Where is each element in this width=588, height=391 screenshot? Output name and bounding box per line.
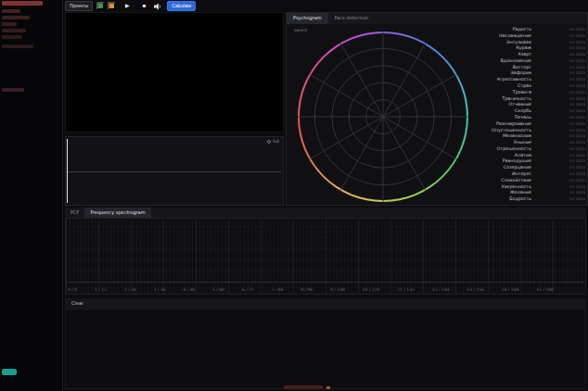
tab-frequency-spectrogram[interactable]: Frequency spectrogram <box>84 208 150 218</box>
emotion-name: Азарт <box>472 53 531 57</box>
emotion-row: Спокойствиеno data <box>472 179 585 183</box>
emotion-name: Печаль <box>472 116 531 120</box>
sidebar-item[interactable] <box>2 1 43 6</box>
speaker-icon[interactable] <box>154 3 161 10</box>
emotion-name: Уверенность <box>472 185 531 190</box>
green-action-button[interactable] <box>96 2 105 10</box>
emotion-row: Азартno data <box>472 53 585 57</box>
emotion-list: Радостьno dataНаслаждениеno dataЭнтузиаз… <box>472 28 585 202</box>
emotion-value: no data <box>531 41 585 45</box>
video-preview <box>65 12 284 132</box>
emotion-value: no data <box>531 91 585 95</box>
axis-label: 14 / 168 <box>502 288 519 293</box>
emotion-row: Трагичностьno data <box>472 97 585 102</box>
status-badge <box>2 369 17 375</box>
axis-label: 5 / 60 <box>212 288 224 293</box>
emotion-value: no data <box>531 134 585 139</box>
tab-pcf[interactable]: PCF <box>65 208 84 218</box>
sidebar-item[interactable] <box>2 29 26 32</box>
emotion-row: Куражno data <box>472 46 585 51</box>
emotion-name: Отрешенность <box>472 147 531 152</box>
axis-label: 11 / 132 <box>397 288 415 293</box>
emotion-row: Радостьno data <box>472 28 585 32</box>
emotion-value: no data <box>531 197 585 202</box>
axis-label: 15 / 180 <box>536 288 554 293</box>
emotion-name: Страх <box>472 84 531 89</box>
main-area: Проекты ▶ ■ Calculate full <box>63 0 588 391</box>
emotion-row: Эйфорияno data <box>472 71 585 76</box>
sidebar-item[interactable] <box>2 16 30 19</box>
emotion-name: Апатия <box>472 154 531 158</box>
spectrogram-baseline <box>66 282 585 283</box>
full-toggle[interactable]: full <box>267 139 279 144</box>
emotion-value: no data <box>531 179 585 183</box>
emotion-row: Энтузиазмno data <box>472 41 585 45</box>
emotion-name: Бодрость <box>472 197 531 202</box>
emotion-row: Наслаждениеno data <box>472 34 585 39</box>
emotion-row: Восторгno data <box>472 66 585 70</box>
emotion-row: Агрессивностьno data <box>472 78 585 82</box>
emotion-value: no data <box>531 116 585 120</box>
emotion-value: no data <box>531 154 585 158</box>
background-window-artifact <box>326 386 330 389</box>
axis-label: 0 / 0 <box>68 288 77 293</box>
psychogram-grid <box>298 32 468 202</box>
radio-icon <box>267 140 271 144</box>
axis-label: 6 / 72 <box>242 288 254 293</box>
emotion-name: Разочарование <box>472 122 531 127</box>
emotion-row: Желаниеno data <box>472 191 585 196</box>
emotion-value: no data <box>531 191 585 196</box>
waveform-panel[interactable]: full <box>65 136 284 206</box>
stop-button[interactable]: ■ <box>139 0 150 12</box>
emotion-row: Вдохновениеno data <box>472 59 585 64</box>
emotion-value: no data <box>531 46 585 51</box>
emotion-row: Скорбьno data <box>472 109 585 114</box>
spectrogram-panel: 0 / 01 / 122 / 243 / 364 / 485 / 606 / 7… <box>65 218 586 295</box>
emotion-name: Спокойствие <box>472 179 531 183</box>
sidebar-item[interactable] <box>2 22 17 26</box>
emotion-value: no data <box>531 84 585 89</box>
emotion-value: no data <box>531 159 585 164</box>
emotion-row: Печальno data <box>472 116 585 120</box>
emotion-row: Созерцаниеno data <box>472 166 585 170</box>
emotion-name: Отчаяние <box>472 103 531 107</box>
projects-button[interactable]: Проекты <box>65 1 93 11</box>
emotion-name: Тревога <box>472 91 531 95</box>
axis-label: 10 / 120 <box>363 288 380 293</box>
emotion-value: no data <box>531 185 585 190</box>
emotion-value: no data <box>531 147 585 152</box>
background-window-artifact <box>284 385 323 389</box>
emotion-row: Опустошенностьno data <box>472 129 585 133</box>
emotion-name: Меланхолия <box>472 134 531 139</box>
sidebar-item[interactable] <box>2 9 20 13</box>
sidebar-item[interactable] <box>2 35 22 39</box>
full-label: full <box>273 139 279 144</box>
orange-action-button[interactable] <box>108 2 116 10</box>
emotion-value: no data <box>531 122 585 127</box>
axis-label: 3 / 36 <box>153 288 165 293</box>
clear-button[interactable]: Clear <box>65 299 90 308</box>
axis-label: 4 / 48 <box>183 288 195 293</box>
emotion-value: no data <box>531 172 585 177</box>
analysis-panel: Psychogram Face detection award <box>286 12 588 206</box>
emotion-name: Трагичность <box>472 97 531 102</box>
tab-psychogram[interactable]: Psychogram <box>287 13 328 24</box>
tab-face-detection[interactable]: Face detection <box>328 13 376 24</box>
emotion-value: no data <box>531 71 585 76</box>
sidebar-item[interactable] <box>2 44 33 48</box>
calculate-button[interactable]: Calculate <box>167 1 196 11</box>
emotion-value: no data <box>531 103 585 107</box>
emotion-name: Равнодушие <box>472 159 531 164</box>
emotion-name: Агрессивность <box>472 78 531 82</box>
bottom-empty-panel <box>65 309 586 389</box>
emotion-name: Скорбь <box>472 109 531 114</box>
toolbar: Проекты ▶ ■ Calculate <box>63 0 588 12</box>
emotion-row: Апатияno data <box>472 154 585 158</box>
emotion-name: Эйфория <box>472 71 531 76</box>
emotion-row: Уныниеno data <box>472 141 585 145</box>
axis-label: 2 / 24 <box>124 288 136 293</box>
play-button[interactable]: ▶ <box>121 0 134 12</box>
left-sidebar <box>0 0 63 391</box>
emotion-name: Уныние <box>472 141 531 145</box>
sidebar-item[interactable] <box>2 88 24 92</box>
